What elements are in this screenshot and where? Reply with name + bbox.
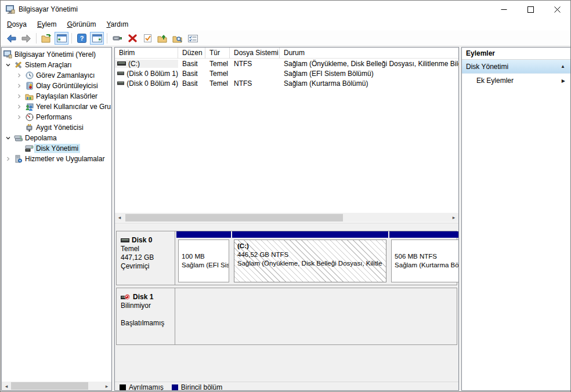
column-header-tur[interactable]: Tür [205,48,230,59]
chevron-expanded-icon[interactable] [3,135,13,141]
chevron-expanded-icon[interactable] [3,62,13,68]
tree-item-local-users-groups[interactable]: Yerel Kullanıcılar ve Gru [2,101,111,112]
menu-dosya[interactable]: Dosya [2,19,32,30]
back-button[interactable] [4,32,18,45]
column-header-duzen[interactable]: Düzen [178,48,205,59]
volume-list: Birim Düzen Tür Dosya Sistemi Durum (C:)… [115,48,458,214]
maximize-button[interactable] [517,1,544,18]
tree-item-computer-management[interactable]: Bilgisayar Yönetimi (Yerel) [2,49,111,60]
check-page-button[interactable] [140,32,154,45]
export-list-button[interactable] [39,32,53,45]
toolbar-separator [107,33,107,43]
legend-unallocated: Ayrılmamış [120,383,164,390]
volume-row-disk0-bolum4[interactable]: (Disk 0 Bölüm 4) Basit Temel NTFS Sağlam… [115,78,458,88]
partition-color-bar [176,231,231,238]
tree-item-performance[interactable]: Performans [2,112,111,122]
computer-management-app-icon [6,5,15,14]
chevron-collapsed-icon[interactable] [14,104,24,110]
performance-icon [24,113,34,121]
show-console-tree-icon [57,34,67,42]
shared-folders-icon [24,93,34,100]
delete-button[interactable] [125,32,139,45]
primary-partition-swatch [172,384,178,391]
disk1-label[interactable]: Disk 1 Bilinmiyor Başlatılmamış [117,288,175,344]
scroll-right-icon[interactable]: ▸ [449,213,458,222]
close-icon [554,6,561,13]
volume-row-c[interactable]: (C:) Basit Temel NTFS Sağlam (Önyükleme,… [115,59,458,68]
tree-item-disk-management[interactable]: Disk Yönetimi [2,143,111,154]
column-header-durum[interactable]: Durum [280,48,458,59]
tree-item-storage[interactable]: Depolama [2,133,111,143]
actions-header: Eylemler [462,48,570,60]
menu-gorunum[interactable]: Görünüm [62,19,101,30]
tree-item-task-scheduler[interactable]: Görev Zamanlayıcı [2,70,111,81]
chevron-collapsed-icon[interactable] [14,93,24,99]
menu-eylem[interactable]: Eylem [32,19,62,30]
list-view-icon [188,35,198,42]
minimize-button[interactable] [490,1,517,18]
collapse-up-icon[interactable]: ▲ [561,64,565,69]
partition-color-bar [232,231,388,238]
disk1-unallocated-area[interactable] [175,288,457,344]
main-area: Bilgisayar Yönetimi (Yerel) Sistem Araçl… [1,47,570,391]
chevron-collapsed-icon[interactable] [3,156,13,162]
disk-management-icon [24,145,34,152]
legend-primary-partition: Birincil bölüm [172,383,222,390]
tree-item-shared-folders[interactable]: Paylaşılan Klasörler [2,91,111,101]
close-button[interactable] [544,1,570,18]
list-view-button[interactable] [186,32,200,45]
system-tools-icon [13,61,23,69]
tree-item-system-tools[interactable]: Sistem Araçları [2,60,111,70]
disk-graphical-view: Disk 0 Temel 447,12 GB Çevrimiçi 100 MB … [115,223,458,390]
delete-icon [128,34,137,42]
column-header-birim[interactable]: Birim [115,48,178,59]
task-scheduler-icon [24,71,34,79]
partition-efi[interactable]: 100 MB Sağlam (EFI Sis [176,231,231,285]
maximize-icon [527,6,534,13]
services-icon [13,155,23,163]
folder-up-icon [157,34,168,43]
device-button[interactable] [110,32,124,45]
volume-icon [117,81,124,86]
forward-icon [21,34,31,43]
folder-find-button[interactable] [171,32,185,45]
folder-up-button[interactable] [156,32,169,45]
tree-item-services-applications[interactable]: Hizmetler ve Uygulamalar [2,154,111,164]
menu-yardim[interactable]: Yardım [101,19,133,30]
actions-item-more-actions[interactable]: Ek Eylemler ▶ [462,74,570,88]
tree-horizontal-scrollbar[interactable]: ◂ ▸ [2,382,111,390]
device-manager-icon [24,124,34,132]
partition-c-selected[interactable]: (C:) 446,52 GB NTFS Sağlam (Önyükleme, D… [232,231,388,285]
scrollbar-thumb[interactable] [11,382,88,390]
volume-icon [117,71,124,76]
partition-recovery[interactable]: 506 MB NTFS Sağlam (Kurtarma Bö [389,231,459,285]
chevron-collapsed-icon[interactable] [14,83,24,89]
chevron-collapsed-icon[interactable] [14,114,24,120]
scroll-left-icon[interactable]: ◂ [115,213,124,222]
help-button[interactable]: ? [75,32,89,45]
show-action-pane-button[interactable] [90,32,104,45]
tree-item-event-viewer[interactable]: Olay Görüntüleyicisi [2,81,111,91]
computer-icon [3,50,13,59]
column-header-dosya-sistemi[interactable]: Dosya Sistemi [230,48,280,59]
disk0-label[interactable]: Disk 0 Temel 447,12 GB Çevrimiçi [117,231,175,285]
scrollbar-thumb[interactable] [125,214,343,222]
volume-row-disk0-bolum1[interactable]: (Disk 0 Bölüm 1) Basit Temel Sağlam (EFI… [115,68,458,78]
forward-button[interactable] [19,32,33,45]
chevron-collapsed-icon[interactable] [14,72,24,78]
show-console-tree-button[interactable] [55,32,68,45]
title-bar: Bilgisayar Yönetimi [1,1,570,18]
actions-panel: Eylemler Disk Yönetimi ▲ Ek Eylemler ▶ [461,47,571,391]
actions-section-disk-management[interactable]: Disk Yönetimi ▲ [462,60,570,74]
partition-color-bar [389,231,459,238]
volume-icon [117,61,126,66]
menu-bar: Dosya Eylem Görünüm Yardım [1,18,570,31]
help-icon: ? [77,34,86,43]
local-users-icon [24,103,34,111]
scroll-left-icon[interactable]: ◂ [2,382,11,390]
list-horizontal-scrollbar[interactable]: ◂ ▸ [115,213,458,222]
tree-item-device-manager[interactable]: Aygıt Yöneticisi [2,122,111,133]
scroll-right-icon[interactable]: ▸ [102,382,111,390]
console-tree-panel: Bilgisayar Yönetimi (Yerel) Sistem Araçl… [1,47,112,391]
console-tree: Bilgisayar Yönetimi (Yerel) Sistem Araçl… [2,48,111,164]
